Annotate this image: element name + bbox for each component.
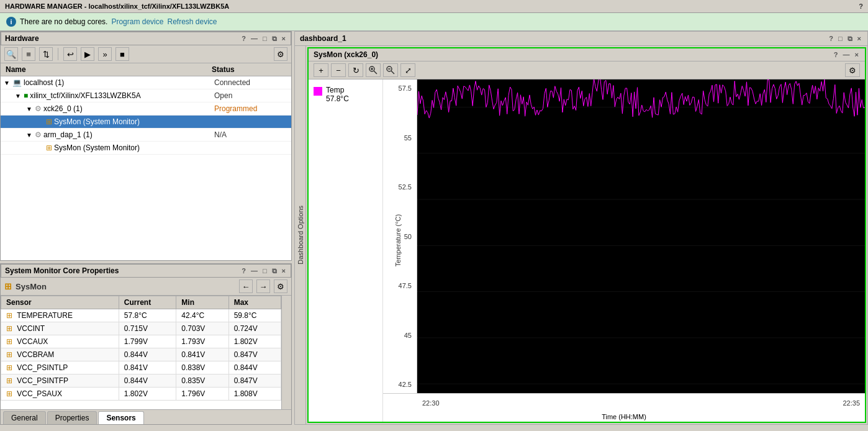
tab-sensors[interactable]: Sensors xyxy=(98,411,143,424)
sensor-max-cell: 59.8°C xyxy=(228,309,281,322)
hardware-minimize-btn[interactable]: — xyxy=(250,35,259,42)
tree-status: N/A xyxy=(214,130,289,139)
stop-button[interactable]: ■ xyxy=(115,47,129,61)
tree-item[interactable]: ▼ 💻 localhost (1) Connected xyxy=(1,76,291,89)
tree-label: xilinx_tcf/Xilinx/XFL133LWZBK5A xyxy=(30,91,214,100)
dashboard-maxrestore-btn[interactable]: ⧉ xyxy=(846,35,854,43)
sysmon-chart-minimize-btn[interactable]: — xyxy=(842,51,851,58)
dashboard-help-btn[interactable]: ? xyxy=(828,35,834,42)
props-back-btn[interactable]: ← xyxy=(239,279,253,293)
hardware-maxrestore-btn[interactable]: ⧉ xyxy=(271,35,278,43)
sensor-name: VCC_PSINTFP xyxy=(17,376,68,385)
sensor-current-cell: 57.8°C xyxy=(119,309,176,322)
sensor-min-cell: 1.796V xyxy=(176,388,228,401)
sort-button[interactable]: ⇅ xyxy=(39,47,53,61)
props-gear-btn[interactable]: ⚙ xyxy=(274,279,287,293)
props-forward-btn[interactable]: → xyxy=(256,279,270,293)
sensor-current-cell: 1.802V xyxy=(119,388,176,401)
sensor-max-cell: 1.808V xyxy=(228,388,281,401)
play-button[interactable]: ▶ xyxy=(81,47,94,61)
dashboard-close-btn[interactable]: × xyxy=(856,35,862,42)
sensor-col-current: Current xyxy=(119,296,176,309)
tree-icon: ■ xyxy=(24,91,28,100)
chart-fit-btn[interactable]: ⤢ xyxy=(400,63,415,77)
hardware-close-btn[interactable]: × xyxy=(281,35,287,42)
sysmon-chart-title: SysMon (xck26_0) xyxy=(314,50,378,59)
sysmon-maxrestore-btn[interactable]: ⧉ xyxy=(271,267,278,275)
sysmon-restore-btn[interactable]: □ xyxy=(261,267,268,274)
sensor-min-cell: 0.835V xyxy=(176,374,228,388)
tree-body[interactable]: ▼ 💻 localhost (1) Connected ▼ ■ xilinx_t… xyxy=(1,76,291,260)
tabs-row: GeneralPropertiesSensors xyxy=(1,409,291,424)
dashboard-restore-btn[interactable]: □ xyxy=(837,35,844,42)
tree-arrow[interactable]: ▼ xyxy=(3,79,11,86)
tab-general[interactable]: General xyxy=(3,411,46,424)
tree-arrow[interactable]: ▼ xyxy=(25,106,33,112)
table-row[interactable]: ⊞ VCCINT 0.715V 0.703V 0.724V xyxy=(1,322,281,335)
table-row[interactable]: ⊞ VCCBRAM 0.844V 0.841V 0.847V xyxy=(1,348,281,361)
tree-header: Name Status xyxy=(1,63,291,76)
chart-remove-btn[interactable]: − xyxy=(331,63,346,77)
chart-with-axes: Temperature (°C) 57.55552.55047.54542.5 xyxy=(383,79,865,422)
sysmon-minimize-btn[interactable]: — xyxy=(250,267,259,274)
program-device-link[interactable]: Program device xyxy=(111,17,163,26)
hardware-help-btn[interactable]: ? xyxy=(240,35,247,42)
hardware-panel-controls: ? — □ ⧉ × xyxy=(240,35,287,43)
vertical-tab-label[interactable]: Dashboard Options xyxy=(296,201,305,270)
sensor-name-cell: ⊞ VCCAUX xyxy=(1,335,119,348)
sensor-name-cell: ⊞ TEMPERATURE xyxy=(1,309,119,322)
undo-button[interactable]: ↩ xyxy=(63,47,77,61)
tree-label: arm_dap_1 (1) xyxy=(43,130,214,139)
sensor-min-cell: 1.793V xyxy=(176,335,228,348)
tree-arrow[interactable]: ▼ xyxy=(25,132,33,138)
sensor-current-cell: 1.799V xyxy=(119,335,176,348)
search-button[interactable]: 🔍 xyxy=(4,47,18,61)
sensor-table: Sensor Current Min Max ⊞ TEMPERATURE 57.… xyxy=(1,296,281,401)
table-row[interactable]: ⊞ VCC_PSINTFP 0.844V 0.835V 0.847V xyxy=(1,374,281,388)
system-monitor-panel: System Monitor Core Properties ? — □ ⧉ ×… xyxy=(0,263,292,425)
svg-line-1 xyxy=(374,71,377,74)
chart-refresh-btn[interactable]: ↻ xyxy=(348,63,363,77)
sysmon-chart-panel: SysMon (xck26_0) ? — × + − ↻ xyxy=(307,47,866,423)
chart-legend: Temp 57.8°C xyxy=(309,79,383,422)
y-axis-tick: 55 xyxy=(404,134,412,142)
table-row[interactable]: ⊞ VCC_PSAUX 1.802V 1.796V 1.808V xyxy=(1,388,281,401)
gear-button[interactable]: ⚙ xyxy=(274,47,287,61)
tree-item[interactable]: ▼ ■ xilinx_tcf/Xilinx/XFL133LWZBK5A Open xyxy=(1,89,291,102)
tree-item[interactable]: ⊞ SysMon (System Monitor) xyxy=(1,116,291,129)
scroll-bar-vertical[interactable] xyxy=(281,296,291,409)
sysmon-help-btn[interactable]: ? xyxy=(240,267,247,274)
tree-col-status: Status xyxy=(212,65,286,74)
info-bar: i There are no debug cores. Program devi… xyxy=(0,13,868,31)
legend-label: Temp 57.8°C xyxy=(326,86,349,103)
table-row[interactable]: ⊞ VCCAUX 1.799V 1.793V 1.802V xyxy=(1,335,281,348)
forward-button[interactable]: » xyxy=(98,47,112,61)
chart-zoom-out-btn[interactable] xyxy=(383,63,398,77)
sensor-icon: ⊞ xyxy=(6,350,12,359)
vertical-tab-area: Dashboard Options xyxy=(295,46,306,424)
refresh-device-link[interactable]: Refresh device xyxy=(167,17,217,26)
chart-container: Temp 57.8°C Temperature (°C) 57.55552.55… xyxy=(309,79,865,422)
sysmon-chart-close-btn[interactable]: × xyxy=(854,51,860,58)
chart-area xyxy=(417,79,865,393)
tree-item[interactable]: ▼ ⚙ arm_dap_1 (1) N/A xyxy=(1,129,291,142)
tab-properties[interactable]: Properties xyxy=(47,411,97,424)
chart-zoom-in-btn[interactable] xyxy=(366,63,381,77)
sysmon-chart-help-btn[interactable]: ? xyxy=(833,51,839,58)
x-axis-area: 22:30 22:35 xyxy=(383,393,865,412)
tree-item[interactable]: ▼ ⚙ xck26_0 (1) Programmed xyxy=(1,102,291,116)
sensor-min-cell: 42.4°C xyxy=(176,309,228,322)
table-row[interactable]: ⊞ VCC_PSINTLP 0.841V 0.838V 0.844V xyxy=(1,361,281,374)
title-bar-help[interactable]: ? xyxy=(859,2,863,10)
tree-arrow[interactable]: ▼ xyxy=(14,93,22,99)
chart-gear-btn[interactable]: ⚙ xyxy=(845,63,860,77)
chart-add-btn[interactable]: + xyxy=(314,63,328,77)
hardware-restore-btn[interactable]: □ xyxy=(261,35,268,42)
dashboard-body: Dashboard Options SysMon (xck26_0) ? — ×… xyxy=(295,46,867,424)
tree-item[interactable]: ⊞ SysMon (System Monitor) xyxy=(1,142,291,155)
sysmon-chart-toolbar: + − ↻ ⤢ ⚙ xyxy=(309,61,865,79)
table-row[interactable]: ⊞ TEMPERATURE 57.8°C 42.4°C 59.8°C xyxy=(1,309,281,322)
sysmon-close-btn[interactable]: × xyxy=(281,267,287,274)
sensor-table-scroll[interactable]: Sensor Current Min Max ⊞ TEMPERATURE 57.… xyxy=(1,296,281,409)
filter-button[interactable]: ≡ xyxy=(22,47,35,61)
